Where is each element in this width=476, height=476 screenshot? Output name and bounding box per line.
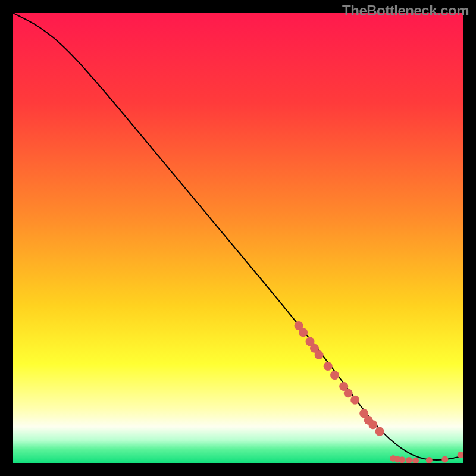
chart-frame: TheBottleneck.com xyxy=(0,0,476,476)
data-marker xyxy=(441,456,448,463)
data-marker xyxy=(368,420,377,429)
gradient-background xyxy=(13,13,463,463)
bottleneck-chart xyxy=(13,13,463,463)
plot-area xyxy=(13,13,463,463)
data-marker xyxy=(399,456,405,463)
data-marker xyxy=(350,396,359,405)
data-marker xyxy=(375,427,384,436)
data-marker xyxy=(299,328,308,337)
data-marker xyxy=(315,350,324,359)
data-marker xyxy=(344,389,353,397)
attribution-text: TheBottleneck.com xyxy=(342,2,469,19)
data-marker xyxy=(324,362,333,371)
data-marker xyxy=(330,371,339,380)
